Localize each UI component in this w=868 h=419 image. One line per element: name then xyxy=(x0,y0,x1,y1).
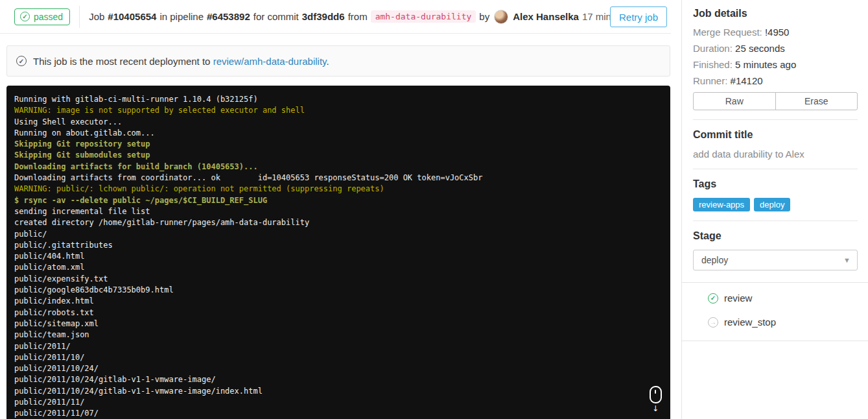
trace-line: public/ xyxy=(14,229,663,240)
job-detail-row: Duration: 25 seconds xyxy=(693,43,858,54)
trace-line: Using Shell executor... xyxy=(14,117,663,128)
commit-title-heading: Commit title xyxy=(693,129,858,141)
trace-line: public/2011/ xyxy=(14,341,663,352)
environment-link[interactable]: review/amh-data-durability xyxy=(213,56,327,67)
job-sidebar: Job details Merge Request: !4950Duration… xyxy=(681,0,868,419)
for-commit-word: for commit xyxy=(253,11,299,22)
job-manual-icon: → xyxy=(708,317,718,328)
commit-sha-link[interactable]: 3df39dd6 xyxy=(302,11,345,22)
trace-line: public/.gitattributes xyxy=(14,240,663,251)
trace-line: WARNING: image is not supported by selec… xyxy=(14,105,663,116)
trace-actions: Raw Erase xyxy=(693,92,858,110)
detail-value: #14120 xyxy=(731,75,763,86)
status-badge[interactable]: ✓ passed xyxy=(14,8,70,25)
job-page: ✓ passed Job #10405654 in pipeline #6453… xyxy=(0,0,868,419)
trace-line: public/2011/10/24/gitlab-v1-1-vmware-ima… xyxy=(14,386,663,397)
mouse-icon xyxy=(650,386,662,403)
trace-line: Downloading artifacts from coordinator..… xyxy=(14,173,663,184)
trace-line: public/google863dbc4b7335b0b9.html xyxy=(14,285,663,296)
job-header: ✓ passed Job #10405654 in pipeline #6453… xyxy=(0,0,671,34)
commit-title: add data durability to Alex xyxy=(693,149,858,160)
chevron-down-icon: ▼ xyxy=(843,256,850,264)
by-word: by xyxy=(479,11,489,22)
trace-line: public/atom.xml xyxy=(14,262,663,273)
trace-line: public/robots.txt xyxy=(14,307,663,318)
trace-line: public/2011/11/07/ xyxy=(14,408,663,419)
job-word: Job xyxy=(89,11,104,22)
status-check-icon: ✓ xyxy=(20,12,30,21)
tags-list: review-appsdeploy xyxy=(693,198,858,211)
trace-line: public/2011/10/ xyxy=(14,352,663,363)
detail-label: Runner: xyxy=(693,75,731,86)
trace-line: public/expensify.txt xyxy=(14,274,663,285)
trace-line: sending incremental file list xyxy=(14,206,663,217)
arrow-down-icon: ↓ xyxy=(652,405,659,413)
trace-line: Running with gitlab-ci-multi-runner 1.10… xyxy=(14,94,663,105)
trace-line: Skipping Git submodules setup xyxy=(14,150,663,161)
trace-line: Downloading artifacts for build_branch (… xyxy=(14,162,663,173)
stage-job-item[interactable]: ✓review xyxy=(708,293,868,304)
erase-button[interactable]: Erase xyxy=(775,92,858,110)
stage-job-item[interactable]: →review_stop xyxy=(708,317,868,328)
job-success-icon: ✓ xyxy=(708,293,718,304)
divider xyxy=(693,119,858,120)
job-detail-row: Runner: #14120 xyxy=(693,76,858,86)
trace-line: $ rsync -av --delete public ~/pages/$CI_… xyxy=(14,195,663,206)
stage-job-label: review_stop xyxy=(724,317,776,328)
scroll-down-indicator[interactable]: ↓ xyxy=(647,386,664,414)
pipeline-id-link[interactable]: #6453892 xyxy=(207,11,250,22)
status-label: passed xyxy=(34,12,63,22)
raw-button[interactable]: Raw xyxy=(693,92,776,110)
trace-line: created directory /home/gitlab-runner/pa… xyxy=(14,217,663,228)
author-name[interactable]: Alex Hanselka xyxy=(513,11,579,22)
job-detail-row: Finished: 5 minutes ago xyxy=(693,60,858,70)
stage-dropdown[interactable]: deploy ▼ xyxy=(693,250,858,270)
trace-line: Running on about.gitlab.com... xyxy=(14,128,663,139)
divider xyxy=(693,169,858,169)
detail-value: 5 minutes ago xyxy=(735,59,796,70)
job-detail-row: Merge Request: !4950 xyxy=(693,27,858,38)
trace-line: public/2011/10/24/ xyxy=(14,363,663,374)
trace-line: public/sitemap.xml xyxy=(14,318,663,329)
retry-job-button[interactable]: Retry job xyxy=(610,6,667,27)
build-trace[interactable]: Running with gitlab-ci-multi-runner 1.10… xyxy=(6,86,670,419)
in-pipeline-word: in pipeline xyxy=(159,11,204,22)
avatar[interactable] xyxy=(494,10,508,24)
detail-label: Finished: xyxy=(693,59,735,70)
trace-line: Skipping Git repository setup xyxy=(14,139,663,150)
stage-heading: Stage xyxy=(693,230,858,242)
detail-value: 25 seconds xyxy=(735,43,785,54)
trace-line: public/team.json xyxy=(14,329,663,341)
job-details-list: Merge Request: !4950Duration: 25 seconds… xyxy=(693,27,858,86)
job-sentence: Job #10405654 in pipeline #6453892 for c… xyxy=(89,10,648,24)
trace-line: public/2011/11/ xyxy=(14,397,663,408)
tags-heading: Tags xyxy=(693,178,858,190)
stage-jobs-list: ✓review→review_stop xyxy=(682,282,868,341)
detail-value: !4950 xyxy=(765,27,790,38)
trace-line: public/index.html xyxy=(14,296,663,307)
sidebar-title: Job details xyxy=(693,8,858,19)
trace-line: public/2011/10/24/gitlab-v1-1-vmware-ima… xyxy=(14,374,663,385)
deployment-check-icon: ✓ xyxy=(16,56,27,66)
stage-selected-value: deploy xyxy=(701,255,728,265)
detail-label: Merge Request: xyxy=(693,27,765,38)
stage-job-label: review xyxy=(724,293,752,304)
divider xyxy=(693,221,858,221)
deployment-notice-text: This job is the most recent deployment t… xyxy=(33,56,329,67)
header-separator xyxy=(79,6,80,28)
ref-badge[interactable]: amh-data-durability xyxy=(371,10,476,23)
trace-line: public/404.html xyxy=(14,251,663,262)
deployment-notice: ✓ This job is the most recent deployment… xyxy=(6,45,670,77)
tag-badge[interactable]: deploy xyxy=(754,198,790,211)
job-id: #10405654 xyxy=(108,11,156,22)
tag-badge[interactable]: review-apps xyxy=(693,198,750,211)
trace-line: WARNING: public/: lchown public/: operat… xyxy=(14,184,663,195)
detail-label: Duration: xyxy=(693,43,735,54)
from-word: from xyxy=(348,11,368,22)
